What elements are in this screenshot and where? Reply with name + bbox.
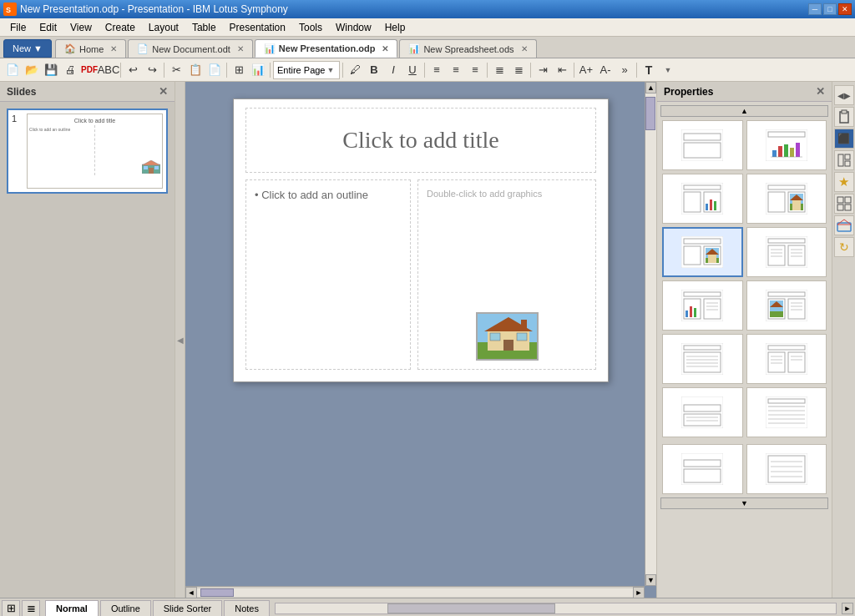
tb-undo-btn[interactable]: ↩ — [124, 61, 142, 79]
menu-edit[interactable]: Edit — [33, 20, 63, 35]
close-button[interactable]: ✕ — [838, 3, 852, 15]
side-refresh-btn[interactable]: ↻ — [834, 237, 854, 257]
tb-more-btn[interactable]: » — [615, 61, 634, 79]
side-gallery-btn[interactable] — [834, 194, 854, 214]
menu-file[interactable]: File — [3, 20, 33, 35]
layout-item-6[interactable] — [746, 227, 827, 277]
tb-new-btn[interactable]: 📄 — [3, 61, 22, 79]
slide-graphics-area[interactable]: Double-click to add graphics — [417, 179, 596, 370]
layout-item-14[interactable] — [746, 444, 827, 494]
layout-item-11[interactable] — [662, 387, 743, 437]
tb-align-right-btn[interactable]: ≡ — [466, 61, 484, 79]
tab-home-close[interactable]: ✕ — [110, 44, 117, 53]
minimize-button[interactable]: ─ — [808, 3, 822, 15]
menu-window[interactable]: Window — [329, 20, 378, 35]
tb-outdent-btn[interactable]: ⇤ — [553, 61, 571, 79]
view-tab-notes[interactable]: Notes — [224, 600, 270, 617]
v-scrollbar[interactable]: ▲ ▼ — [645, 82, 656, 586]
tb-text-btn[interactable]: T — [640, 61, 658, 79]
tab-presentation[interactable]: 📊 New Presentation.odp ✕ — [255, 39, 398, 58]
menu-create[interactable]: Create — [99, 20, 142, 35]
tb-text-arrow[interactable]: ▼ — [659, 61, 677, 79]
view-tab-normal[interactable]: Normal — [45, 600, 99, 617]
collapse-handle[interactable]: ◀ — [175, 82, 185, 598]
tb-align-left-btn[interactable]: ≡ — [428, 61, 446, 79]
view-tab-outline[interactable]: Outline — [100, 600, 151, 617]
layout-item-12[interactable] — [746, 387, 827, 437]
side-star-btn[interactable]: ★ — [834, 172, 854, 192]
props-scroll-down[interactable]: ▼ — [660, 497, 828, 509]
layout-item-1[interactable] — [662, 120, 743, 170]
tab-home[interactable]: 🏠 Home ✕ — [55, 39, 126, 58]
menu-layout[interactable]: Layout — [142, 20, 185, 35]
tb-spell-btn[interactable]: ABC — [99, 61, 118, 79]
tb-save-btn[interactable]: 💾 — [42, 61, 60, 79]
slides-panel-close[interactable]: ✕ — [159, 85, 168, 98]
tb-insert-table-btn[interactable]: ⊞ — [230, 61, 248, 79]
layout-item-5[interactable] — [662, 227, 743, 277]
tb-numbered-btn[interactable]: ≣ — [509, 61, 528, 79]
zoom-dropdown[interactable]: Entire Page ▼ — [273, 61, 340, 79]
view-tab-sorter[interactable]: Slide Sorter — [153, 600, 222, 617]
tab-new[interactable]: New ▼ — [3, 39, 52, 58]
tb-indent-btn[interactable]: ⇥ — [534, 61, 552, 79]
props-scroll-up[interactable]: ▲ — [660, 105, 828, 117]
tab-sheet-close[interactable]: ✕ — [521, 44, 528, 53]
scroll-right-end-btn[interactable]: ► — [842, 603, 853, 614]
h-bottom-thumb[interactable] — [387, 603, 555, 613]
tb-print-btn[interactable]: 🖨 — [61, 61, 79, 79]
side-expand-btn[interactable]: ◀▶ — [834, 85, 854, 105]
tb-italic-btn[interactable]: I — [384, 61, 402, 79]
layout-item-13[interactable] — [662, 444, 743, 494]
layout-item-2[interactable] — [746, 120, 827, 170]
menu-view[interactable]: View — [63, 20, 99, 35]
tb-bold-btn[interactable]: B — [365, 61, 383, 79]
layout-item-3[interactable] — [662, 174, 743, 224]
view-icon-grid[interactable]: ⊞ — [2, 600, 20, 617]
h-scrollbar[interactable]: ◄ ► — [185, 586, 645, 598]
properties-close[interactable]: ✕ — [816, 85, 825, 98]
tb-insert-chart-btn[interactable]: 📊 — [249, 61, 267, 79]
tb-font-size-down[interactable]: A- — [596, 61, 615, 79]
tb-font-color-btn[interactable]: 🖊 — [346, 61, 364, 79]
tb-pdf-btn[interactable]: PDF — [80, 61, 99, 79]
layout-item-9[interactable] — [662, 334, 743, 384]
layout-item-8[interactable] — [746, 280, 827, 331]
tb-font-size-up[interactable]: A+ — [577, 61, 595, 79]
menu-table[interactable]: Table — [185, 20, 223, 35]
layout-item-7[interactable] — [662, 280, 743, 331]
tb-align-center-btn[interactable]: ≡ — [447, 61, 465, 79]
slide-outline-area[interactable]: • Click to add an outline — [245, 179, 411, 370]
tb-redo-btn[interactable]: ↪ — [143, 61, 161, 79]
side-color-btn[interactable]: ⬛ — [834, 129, 854, 149]
scroll-thumb[interactable] — [645, 97, 655, 130]
view-icon-list[interactable]: ≣ — [22, 600, 40, 617]
h-bottom-scroll[interactable] — [275, 603, 837, 614]
side-style-btn[interactable] — [834, 150, 854, 170]
slide-title-area[interactable]: Click to add title — [245, 108, 596, 173]
tab-pres-close[interactable]: ✕ — [382, 44, 388, 53]
tab-doc-close[interactable]: ✕ — [237, 44, 244, 53]
menu-help[interactable]: Help — [378, 20, 412, 35]
tb-paste-btn[interactable]: 📄 — [205, 61, 224, 79]
menu-presentation[interactable]: Presentation — [223, 20, 292, 35]
tb-cut-btn[interactable]: ✂ — [167, 61, 185, 79]
layout-item-10[interactable] — [746, 334, 827, 384]
tab-doc[interactable]: 📄 New Document.odt ✕ — [128, 39, 253, 58]
tb-copy-btn[interactable]: 📋 — [186, 61, 205, 79]
scroll-left-btn[interactable]: ◄ — [185, 587, 197, 598]
layout-item-4[interactable] — [746, 174, 827, 224]
maximize-button[interactable]: □ — [823, 3, 837, 15]
slide-thumb-1[interactable]: 1 Click to add title Click to add an out… — [7, 109, 168, 194]
scroll-right-btn[interactable]: ► — [633, 587, 645, 598]
scroll-up-btn[interactable]: ▲ — [645, 82, 656, 93]
side-shapes-btn[interactable] — [834, 215, 854, 235]
tb-open-btn[interactable]: 📂 — [23, 61, 41, 79]
scroll-down-btn[interactable]: ▼ — [645, 574, 656, 586]
tab-spreadsheet[interactable]: 📊 New Spreadsheet.ods ✕ — [399, 39, 536, 58]
menu-tools[interactable]: Tools — [292, 20, 329, 35]
side-clip-btn[interactable] — [834, 107, 854, 127]
h-scroll-thumb[interactable] — [200, 588, 234, 597]
tb-underline-btn[interactable]: U — [403, 61, 422, 79]
tb-bullets-btn[interactable]: ≣ — [490, 61, 508, 79]
